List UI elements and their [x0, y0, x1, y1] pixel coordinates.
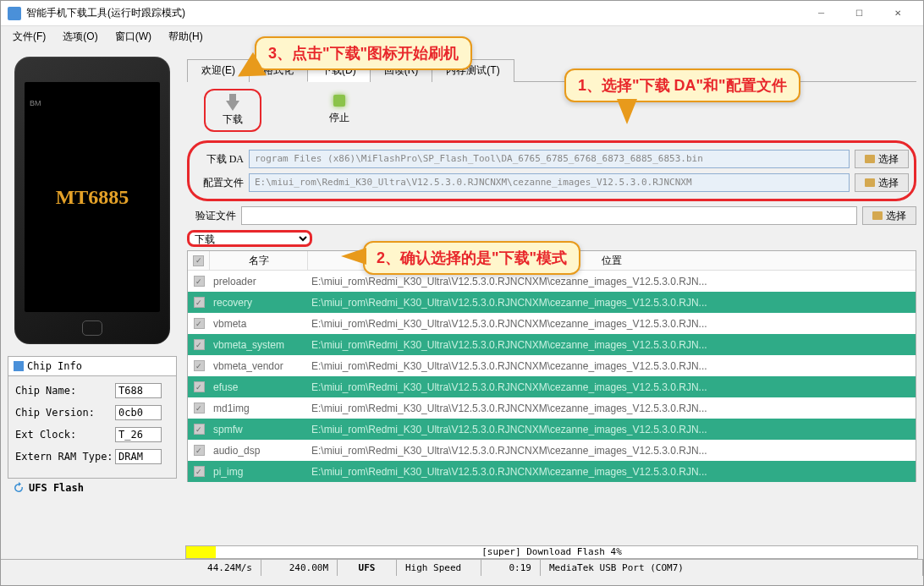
refresh-icon [13, 482, 25, 494]
partition-table: ✓ 名字 位置 ✓preloaderE:\miui_rom\Redmi_K30_… [187, 250, 916, 482]
table-row[interactable]: ✓vbmeta_vendorE:\miui_rom\Redmi_K30_Ultr… [188, 355, 916, 376]
verify-input[interactable] [241, 206, 857, 225]
row-checkbox[interactable]: ✓ [188, 297, 210, 308]
status-time: 0:19 [481, 560, 541, 576]
table-row[interactable]: ✓pi_imgE:\miui_rom\Redmi_K30_Ultra\V12.5… [188, 461, 916, 482]
ufs-flash-row: UFS Flash [8, 479, 177, 497]
row-location: E:\miui_rom\Redmi_K30_Ultra\V12.5.3.0.RJ… [308, 424, 916, 435]
status-mode: High Speed [397, 560, 481, 576]
chip-info-header: Chip Info [8, 357, 176, 376]
da-select-button[interactable]: 选择 [855, 150, 909, 168]
menu-option[interactable]: 选项(O) [54, 28, 106, 46]
row-location: E:\miui_rom\Redmi_K30_Ultra\V12.5.3.0.RJ… [308, 445, 916, 457]
window-title: 智能手机下载工具(运行时跟踪模式) [26, 6, 802, 20]
status-port: MediaTek USB Port (COM7) [541, 560, 923, 576]
row-name: spmfw [210, 424, 308, 435]
status-speed: 44.24M/s [185, 560, 261, 576]
download-button[interactable]: 下载 [204, 89, 261, 132]
row-name: pi_img [210, 466, 308, 478]
minimize-button[interactable]: ─ [802, 1, 840, 25]
row-name: recovery [210, 297, 308, 309]
phone-brand: BM [30, 99, 41, 107]
progress-fill [186, 546, 216, 558]
row-location: E:\miui_rom\Redmi_K30_Ultra\V12.5.3.0.RJ… [308, 297, 916, 309]
row-name: efuse [210, 381, 308, 393]
chip-name-label: Chip Name: [15, 385, 115, 397]
row-name: vbmeta [210, 318, 308, 330]
callout-step3: 3、点击"下载"图标开始刷机 [255, 36, 472, 70]
row-location: E:\miui_rom\Redmi_K30_Ultra\V12.5.3.0.RJ… [308, 403, 916, 414]
row-checkbox[interactable]: ✓ [188, 381, 210, 392]
row-name: vbmeta_vendor [210, 360, 308, 372]
row-checkbox[interactable]: ✓ [188, 424, 210, 435]
app-icon [8, 7, 21, 20]
menu-file[interactable]: 文件(F) [4, 28, 54, 46]
phone-preview: BM MT6885 [14, 57, 170, 344]
callout-step1: 1、选择"下载 DA"和"配置文件 [564, 68, 800, 102]
verify-select-button[interactable]: 选择 [862, 206, 916, 225]
row-checkbox[interactable]: ✓ [188, 466, 210, 477]
row-location: E:\miui_rom\Redmi_K30_Ultra\V12.5.3.0.RJ… [308, 360, 916, 372]
row-checkbox[interactable]: ✓ [188, 445, 210, 456]
stop-button[interactable]: 停止 [312, 89, 366, 132]
folder-icon [872, 211, 883, 220]
extern-ram-value: DRAM [115, 449, 162, 464]
row-checkbox[interactable]: ✓ [188, 360, 210, 371]
folder-icon [865, 178, 875, 187]
row-checkbox[interactable]: ✓ [188, 403, 210, 413]
verify-label: 验证文件 [187, 209, 236, 223]
menu-help[interactable]: 帮助(H) [160, 28, 212, 46]
ext-clock-value: T_26 [115, 427, 162, 442]
chip-icon [14, 361, 24, 371]
stop-icon [333, 92, 345, 109]
chip-version-label: Chip Version: [15, 407, 115, 419]
ext-clock-label: Ext Clock: [15, 429, 115, 441]
table-row[interactable]: ✓md1imgE:\miui_rom\Redmi_K30_Ultra\V12.5… [188, 397, 916, 419]
chip-name-value: T688 [115, 383, 162, 398]
phone-model: MT6885 [56, 186, 129, 209]
cfg-select-button[interactable]: 选择 [855, 173, 909, 192]
table-row[interactable]: ✓vbmetaE:\miui_rom\Redmi_K30_Ultra\V12.5… [188, 313, 916, 334]
column-name: 名字 [210, 251, 308, 270]
statusbar: 44.24M/s 240.00M UFS High Speed 0:19 Med… [1, 559, 923, 576]
row-location: E:\miui_rom\Redmi_K30_Ultra\V12.5.3.0.RJ… [308, 466, 916, 478]
download-label: 下载 [223, 112, 243, 127]
row-location: E:\miui_rom\Redmi_K30_Ultra\V12.5.3.0.RJ… [308, 339, 916, 351]
cfg-label: 配置文件 [195, 176, 244, 190]
chip-version-value: 0cb0 [115, 405, 162, 420]
da-input[interactable]: rogram Files (x86)\MiFlashPro\SP_Flash_T… [249, 150, 850, 168]
phone-home-button [82, 320, 102, 336]
row-checkbox[interactable]: ✓ [188, 276, 210, 287]
table-row[interactable]: ✓spmfwE:\miui_rom\Redmi_K30_Ultra\V12.5.… [188, 419, 916, 440]
table-row[interactable]: ✓efuseE:\miui_rom\Redmi_K30_Ultra\V12.5.… [188, 376, 916, 397]
row-name: vbmeta_system [210, 339, 308, 351]
row-name: preloader [210, 276, 308, 288]
cfg-input[interactable]: E:\miui_rom\Redmi_K30_Ultra\V12.5.3.0.RJ… [249, 173, 850, 192]
progress-text: [super] Download Flash 4% [481, 546, 622, 557]
row-location: E:\miui_rom\Redmi_K30_Ultra\V12.5.3.0.RJ… [308, 381, 916, 393]
maximize-button[interactable]: ☐ [840, 1, 878, 25]
row-checkbox[interactable]: ✓ [188, 339, 210, 350]
chip-info-title: Chip Info [27, 360, 82, 372]
row-checkbox[interactable]: ✓ [188, 318, 210, 329]
extern-ram-label: Extern RAM Type: [15, 451, 115, 463]
ufs-flash-label: UFS Flash [29, 482, 84, 494]
mode-select[interactable]: 下载 [187, 230, 312, 247]
titlebar: 智能手机下载工具(运行时跟踪模式) ─ ☐ ✕ [1, 1, 923, 26]
status-size: 240.00M [261, 560, 338, 576]
table-row[interactable]: ✓recoveryE:\miui_rom\Redmi_K30_Ultra\V12… [188, 292, 916, 313]
row-name: audio_dsp [210, 445, 308, 457]
table-row[interactable]: ✓vbmeta_systemE:\miui_rom\Redmi_K30_Ultr… [188, 334, 916, 355]
table-row[interactable]: ✓audio_dspE:\miui_rom\Redmi_K30_Ultra\V1… [188, 440, 916, 461]
progress-bar: [super] Download Flash 4% [185, 545, 918, 559]
da-label: 下载 DA [195, 152, 244, 167]
row-name: md1img [210, 403, 308, 414]
header-checkbox[interactable]: ✓ [188, 251, 210, 270]
menu-window[interactable]: 窗口(W) [107, 28, 160, 46]
close-button[interactable]: ✕ [878, 1, 916, 25]
stop-label: 停止 [329, 111, 349, 125]
row-location: E:\miui_rom\Redmi_K30_Ultra\V12.5.3.0.RJ… [308, 276, 916, 288]
status-storage: UFS [338, 560, 397, 576]
callout-step2: 2、确认选择的是"下载"模式 [363, 241, 580, 275]
folder-icon [865, 155, 875, 163]
